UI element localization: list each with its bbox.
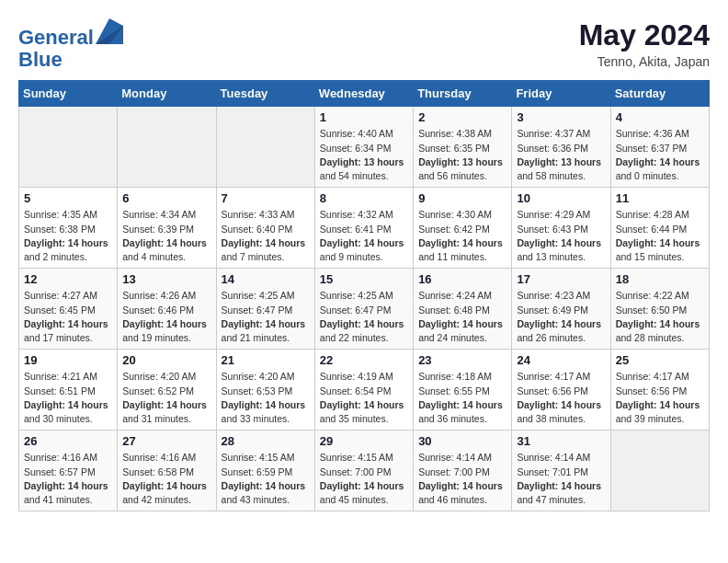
calendar-cell <box>610 431 709 511</box>
day-info: Sunrise: 4:40 AMSunset: 6:34 PMDaylight:… <box>320 127 408 183</box>
day-info: Sunrise: 4:20 AMSunset: 6:53 PMDaylight:… <box>222 370 310 426</box>
day-number: 13 <box>122 272 210 286</box>
day-info: Sunrise: 4:34 AMSunset: 6:39 PMDaylight:… <box>122 208 210 264</box>
calendar-cell: 11Sunrise: 4:28 AMSunset: 6:44 PMDayligh… <box>610 188 709 269</box>
calendar-cell: 1Sunrise: 4:40 AMSunset: 6:34 PMDaylight… <box>314 107 413 188</box>
day-info: Sunrise: 4:25 AMSunset: 6:47 PMDaylight:… <box>320 289 408 345</box>
day-number: 1 <box>320 110 408 124</box>
day-info: Sunrise: 4:38 AMSunset: 6:35 PMDaylight:… <box>418 127 506 183</box>
day-info: Sunrise: 4:16 AMSunset: 6:57 PMDaylight:… <box>24 451 112 507</box>
day-info: Sunrise: 4:28 AMSunset: 6:44 PMDaylight:… <box>616 208 704 264</box>
day-info: Sunrise: 4:16 AMSunset: 6:58 PMDaylight:… <box>122 451 210 507</box>
calendar-cell: 26Sunrise: 4:16 AMSunset: 6:57 PMDayligh… <box>19 431 118 511</box>
calendar-cell: 5Sunrise: 4:35 AMSunset: 6:38 PMDaylight… <box>19 188 118 269</box>
calendar-cell: 30Sunrise: 4:14 AMSunset: 7:00 PMDayligh… <box>414 431 512 511</box>
day-number: 22 <box>320 353 408 367</box>
day-info: Sunrise: 4:17 AMSunset: 6:56 PMDaylight:… <box>517 370 605 426</box>
day-info: Sunrise: 4:25 AMSunset: 6:47 PMDaylight:… <box>222 289 310 345</box>
day-number: 30 <box>418 434 506 448</box>
day-info: Sunrise: 4:37 AMSunset: 6:36 PMDaylight:… <box>517 127 605 183</box>
calendar-cell: 20Sunrise: 4:20 AMSunset: 6:52 PMDayligh… <box>118 350 216 431</box>
day-info: Sunrise: 4:33 AMSunset: 6:40 PMDaylight:… <box>222 208 310 264</box>
day-number: 16 <box>418 272 506 286</box>
day-info: Sunrise: 4:32 AMSunset: 6:41 PMDaylight:… <box>320 208 408 264</box>
day-info: Sunrise: 4:20 AMSunset: 6:52 PMDaylight:… <box>122 370 210 426</box>
day-number: 17 <box>517 272 605 286</box>
day-info: Sunrise: 4:21 AMSunset: 6:51 PMDaylight:… <box>24 370 112 426</box>
calendar-cell: 2Sunrise: 4:38 AMSunset: 6:35 PMDaylight… <box>414 107 512 188</box>
day-info: Sunrise: 4:27 AMSunset: 6:45 PMDaylight:… <box>24 289 112 345</box>
day-number: 18 <box>616 272 704 286</box>
day-info: Sunrise: 4:14 AMSunset: 7:01 PMDaylight:… <box>517 451 605 507</box>
calendar-cell: 18Sunrise: 4:22 AMSunset: 6:50 PMDayligh… <box>610 269 709 350</box>
calendar-week-row: 1Sunrise: 4:40 AMSunset: 6:34 PMDaylight… <box>19 107 710 188</box>
day-info: Sunrise: 4:30 AMSunset: 6:42 PMDaylight:… <box>418 208 506 264</box>
header-wednesday: Wednesday <box>314 81 413 107</box>
calendar-cell: 17Sunrise: 4:23 AMSunset: 6:49 PMDayligh… <box>512 269 610 350</box>
day-number: 9 <box>418 191 506 205</box>
calendar-cell: 23Sunrise: 4:18 AMSunset: 6:55 PMDayligh… <box>414 350 512 431</box>
header-friday: Friday <box>512 81 610 107</box>
day-info: Sunrise: 4:36 AMSunset: 6:37 PMDaylight:… <box>616 127 704 183</box>
calendar-week-row: 12Sunrise: 4:27 AMSunset: 6:45 PMDayligh… <box>19 269 710 350</box>
calendar-cell: 14Sunrise: 4:25 AMSunset: 6:47 PMDayligh… <box>216 269 314 350</box>
day-info: Sunrise: 4:24 AMSunset: 6:48 PMDaylight:… <box>418 289 506 345</box>
day-number: 19 <box>24 353 112 367</box>
day-info: Sunrise: 4:35 AMSunset: 6:38 PMDaylight:… <box>24 208 112 264</box>
day-number: 3 <box>517 110 605 124</box>
day-number: 4 <box>616 110 704 124</box>
day-number: 14 <box>222 272 310 286</box>
calendar-cell: 19Sunrise: 4:21 AMSunset: 6:51 PMDayligh… <box>19 350 118 431</box>
calendar-cell: 31Sunrise: 4:14 AMSunset: 7:01 PMDayligh… <box>512 431 610 511</box>
calendar-cell: 16Sunrise: 4:24 AMSunset: 6:48 PMDayligh… <box>414 269 512 350</box>
weekday-header-row: Sunday Monday Tuesday Wednesday Thursday… <box>19 81 710 107</box>
location: Tenno, Akita, Japan <box>579 54 710 69</box>
day-number: 8 <box>320 191 408 205</box>
calendar-cell <box>118 107 216 188</box>
day-number: 23 <box>418 353 506 367</box>
calendar-cell: 4Sunrise: 4:36 AMSunset: 6:37 PMDaylight… <box>610 107 709 188</box>
calendar-cell <box>19 107 118 188</box>
day-number: 28 <box>222 434 310 448</box>
calendar-cell: 9Sunrise: 4:30 AMSunset: 6:42 PMDaylight… <box>414 188 512 269</box>
day-number: 5 <box>24 191 112 205</box>
day-info: Sunrise: 4:15 AMSunset: 7:00 PMDaylight:… <box>320 451 408 507</box>
day-info: Sunrise: 4:22 AMSunset: 6:50 PMDaylight:… <box>616 289 704 345</box>
calendar-cell: 3Sunrise: 4:37 AMSunset: 6:36 PMDaylight… <box>512 107 610 188</box>
header-sunday: Sunday <box>19 81 118 107</box>
header-saturday: Saturday <box>610 81 709 107</box>
header-thursday: Thursday <box>414 81 512 107</box>
day-info: Sunrise: 4:15 AMSunset: 6:59 PMDaylight:… <box>222 451 310 507</box>
day-number: 6 <box>122 191 210 205</box>
day-number: 15 <box>320 272 408 286</box>
day-info: Sunrise: 4:19 AMSunset: 6:54 PMDaylight:… <box>320 370 408 426</box>
calendar-cell: 10Sunrise: 4:29 AMSunset: 6:43 PMDayligh… <box>512 188 610 269</box>
day-number: 26 <box>24 434 112 448</box>
day-number: 31 <box>517 434 605 448</box>
day-info: Sunrise: 4:18 AMSunset: 6:55 PMDaylight:… <box>418 370 506 426</box>
day-info: Sunrise: 4:23 AMSunset: 6:49 PMDaylight:… <box>517 289 605 345</box>
logo-icon <box>96 18 123 44</box>
calendar-week-row: 26Sunrise: 4:16 AMSunset: 6:57 PMDayligh… <box>19 431 710 511</box>
calendar-cell: 24Sunrise: 4:17 AMSunset: 6:56 PMDayligh… <box>512 350 610 431</box>
day-number: 21 <box>222 353 310 367</box>
header-monday: Monday <box>118 81 216 107</box>
calendar-cell: 12Sunrise: 4:27 AMSunset: 6:45 PMDayligh… <box>19 269 118 350</box>
day-info: Sunrise: 4:29 AMSunset: 6:43 PMDaylight:… <box>517 208 605 264</box>
calendar-cell: 6Sunrise: 4:34 AMSunset: 6:39 PMDaylight… <box>118 188 216 269</box>
calendar-cell: 22Sunrise: 4:19 AMSunset: 6:54 PMDayligh… <box>314 350 413 431</box>
day-number: 11 <box>616 191 704 205</box>
day-number: 12 <box>24 272 112 286</box>
day-info: Sunrise: 4:17 AMSunset: 6:56 PMDaylight:… <box>616 370 704 426</box>
calendar-cell: 7Sunrise: 4:33 AMSunset: 6:40 PMDaylight… <box>216 188 314 269</box>
day-number: 20 <box>122 353 210 367</box>
day-info: Sunrise: 4:26 AMSunset: 6:46 PMDaylight:… <box>122 289 210 345</box>
day-number: 24 <box>517 353 605 367</box>
header-tuesday: Tuesday <box>216 81 314 107</box>
calendar-cell: 13Sunrise: 4:26 AMSunset: 6:46 PMDayligh… <box>118 269 216 350</box>
day-number: 29 <box>320 434 408 448</box>
month-title: May 2024 <box>579 18 710 52</box>
calendar-cell: 21Sunrise: 4:20 AMSunset: 6:53 PMDayligh… <box>216 350 314 431</box>
day-number: 10 <box>517 191 605 205</box>
day-number: 25 <box>616 353 704 367</box>
